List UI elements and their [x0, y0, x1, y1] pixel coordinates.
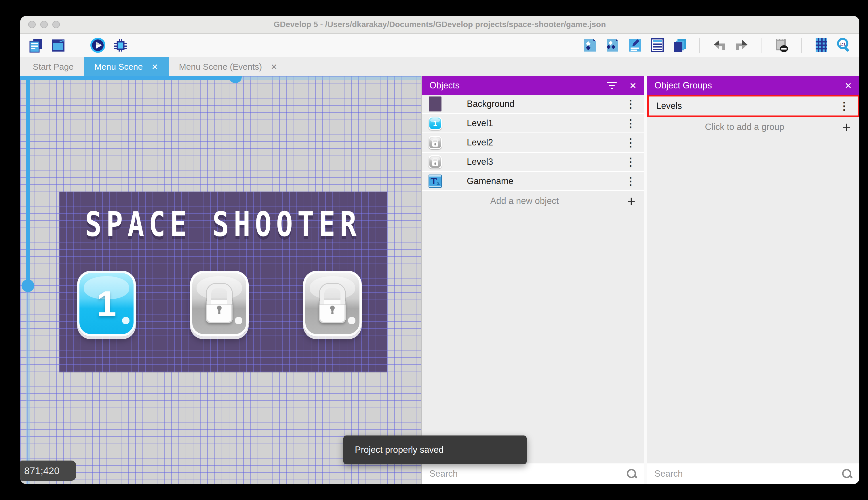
kebab-menu-icon[interactable]: ⋮ — [617, 118, 644, 129]
toolbar-right-group: 1:1 — [582, 37, 852, 53]
redo-icon[interactable] — [734, 37, 750, 53]
editor-tabbar: Start Page Menu Scene ✕ Menu Scene (Even… — [20, 57, 859, 76]
toast-message: Project properly saved — [355, 445, 444, 455]
tab-close-icon[interactable]: ✕ — [271, 62, 277, 72]
level1-button-object[interactable]: 1 — [77, 271, 136, 337]
object-name: Level3 — [467, 157, 617, 167]
padlock-icon — [319, 299, 345, 323]
editor-content: SPACE SHOOTER 1 871;420 — [20, 76, 859, 484]
kebab-menu-icon[interactable]: ⋮ — [617, 99, 644, 110]
object-name: Level1 — [467, 118, 617, 128]
object-row-level1[interactable]: 1 Level1 ⋮ — [422, 114, 644, 133]
kebab-menu-icon[interactable]: ⋮ — [831, 101, 858, 112]
gdevelop-window: GDevelop 5 - /Users/dkarakay/Documents/G… — [20, 16, 859, 484]
debug-icon[interactable] — [112, 37, 128, 53]
grid-icon[interactable] — [813, 37, 830, 53]
level3-button-object[interactable] — [303, 271, 362, 337]
scene-canvas[interactable]: SPACE SHOOTER 1 871;420 — [20, 76, 422, 484]
add-group-label: Click to add a group — [647, 122, 842, 132]
kebab-menu-icon[interactable]: ⋮ — [617, 156, 644, 167]
object-row-level2[interactable]: Level2 ⋮ — [422, 133, 644, 153]
scene-properties-icon[interactable] — [50, 37, 66, 53]
level1-thumbnail-icon: 1 — [428, 116, 442, 130]
project-manager-icon[interactable] — [28, 37, 44, 53]
instances-list-icon[interactable] — [649, 37, 665, 53]
object-name: Background — [467, 99, 617, 109]
properties-icon[interactable] — [627, 37, 643, 53]
tab-label: Start Page — [33, 62, 74, 72]
object-groups-panel-header: Object Groups ✕ — [647, 76, 859, 95]
object-row-background[interactable]: Background ⋮ — [422, 95, 644, 114]
level1-number: 1 — [97, 283, 117, 324]
undo-icon[interactable] — [712, 37, 728, 53]
object-row-gamename[interactable]: Tx Gamename ⋮ — [422, 172, 644, 191]
objects-panel-empty-area — [422, 211, 644, 463]
play-preview-icon[interactable] — [90, 37, 106, 53]
groups-search-input[interactable] — [655, 469, 842, 479]
background-object[interactable]: SPACE SHOOTER 1 — [59, 192, 387, 372]
toolbar-separator — [762, 38, 762, 53]
plus-icon[interactable]: + — [842, 120, 859, 134]
window-mask-icon[interactable] — [774, 37, 790, 53]
search-icon[interactable] — [627, 469, 637, 479]
object-name: Gamename — [467, 176, 617, 186]
window-title: GDevelop 5 - /Users/dkarakay/Documents/G… — [20, 20, 859, 29]
objects-editor-icon[interactable] — [582, 37, 598, 53]
minimize-window-button[interactable] — [40, 21, 48, 28]
svg-text:1:1: 1:1 — [840, 42, 846, 46]
scene-title-text[interactable]: SPACE SHOOTER — [59, 205, 387, 244]
object-groups-editor-icon[interactable] — [605, 37, 621, 53]
close-icon[interactable]: ✕ — [630, 81, 637, 91]
add-new-object-label: Add a new object — [422, 196, 627, 206]
plus-icon[interactable]: + — [627, 194, 644, 208]
object-name: Level2 — [467, 137, 617, 148]
main-toolbar: 1:1 — [20, 34, 859, 57]
toolbar-separator — [801, 38, 802, 53]
maximize-window-button[interactable] — [52, 21, 60, 28]
group-row-levels[interactable]: Levels ⋮ — [649, 96, 858, 115]
panel-divider[interactable] — [644, 76, 647, 484]
padlock-icon — [206, 299, 233, 323]
groups-search-bar — [647, 463, 859, 484]
search-icon[interactable] — [842, 469, 852, 479]
toolbar-separator — [78, 38, 78, 53]
close-window-button[interactable] — [28, 21, 36, 28]
tab-close-icon[interactable]: ✕ — [151, 62, 158, 72]
zoom-1-1-icon[interactable]: 1:1 — [836, 37, 852, 53]
toolbar-separator — [699, 38, 700, 53]
add-group-row[interactable]: Click to add a group + — [647, 117, 859, 137]
layers-icon[interactable] — [672, 37, 688, 53]
cursor-coordinates-badge: 871;420 — [20, 461, 76, 481]
add-new-object-row[interactable]: Add a new object + — [422, 191, 644, 211]
objects-search-input[interactable] — [430, 469, 627, 479]
horizontal-scroll-fill — [20, 76, 235, 80]
object-groups-panel-title: Object Groups — [655, 80, 845, 91]
group-name: Levels — [656, 101, 831, 111]
save-toast: Project properly saved — [343, 435, 527, 464]
objects-panel-header: Objects ✕ — [422, 76, 644, 95]
objects-panel-title: Objects — [430, 80, 607, 91]
objects-search-bar — [422, 463, 644, 484]
screen-background: GDevelop 5 - /Users/dkarakay/Documents/G… — [0, 0, 868, 500]
traffic-lights — [28, 21, 60, 28]
vertical-scroll-knob[interactable] — [22, 280, 34, 292]
kebab-menu-icon[interactable]: ⋮ — [617, 137, 644, 148]
window-titlebar: GDevelop 5 - /Users/dkarakay/Documents/G… — [20, 16, 859, 34]
kebab-menu-icon[interactable]: ⋮ — [617, 176, 644, 186]
locked-thumbnail-icon — [428, 136, 442, 149]
object-groups-empty-area — [647, 137, 859, 463]
object-row-level3[interactable]: Level3 ⋮ — [422, 153, 644, 172]
toolbar-left-group — [28, 37, 128, 53]
close-icon[interactable]: ✕ — [845, 81, 852, 91]
filter-icon[interactable] — [607, 82, 617, 89]
annotation-red-box: Levels ⋮ — [647, 95, 859, 117]
tab-label: Menu Scene (Events) — [179, 62, 262, 72]
tab-menu-scene-events[interactable]: Menu Scene (Events) ✕ — [169, 57, 288, 76]
horizontal-scroll-knob[interactable] — [229, 76, 242, 83]
level2-button-object[interactable] — [190, 271, 249, 337]
background-swatch-icon — [428, 97, 442, 111]
tab-label: Menu Scene — [94, 62, 143, 72]
tab-menu-scene[interactable]: Menu Scene ✕ — [84, 57, 169, 76]
vertical-scroll-fill — [26, 76, 30, 287]
tab-start-page[interactable]: Start Page — [22, 57, 84, 76]
